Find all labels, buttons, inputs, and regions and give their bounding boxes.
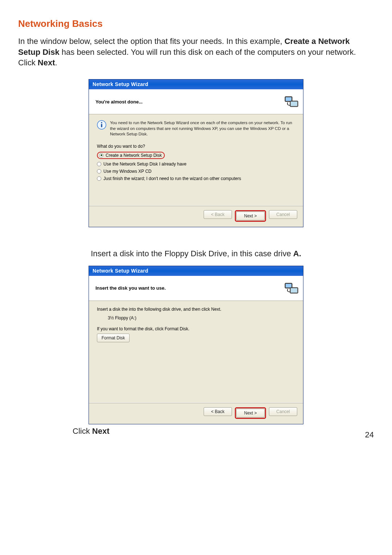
wizard1-header-text: You're almost done... xyxy=(95,99,143,105)
wizard2-next-highlight: Next > xyxy=(235,407,266,419)
wizard1-info-text: You need to run the Network Setup Wizard… xyxy=(110,120,295,137)
wizard2-line1: Insert a disk the into the following dis… xyxy=(97,307,295,312)
page-number: 24 xyxy=(18,430,374,440)
wizard1-cancel-button[interactable]: Cancel xyxy=(269,210,297,219)
network-icon xyxy=(284,94,299,109)
wizard1-back-button[interactable]: < Back xyxy=(204,210,232,219)
wizard1-header: You're almost done... xyxy=(89,89,303,114)
radio-option-4[interactable] xyxy=(97,176,101,181)
caption2-text: Click xyxy=(73,427,92,436)
section-heading: Networking Basics xyxy=(18,18,374,29)
radio-option-1[interactable] xyxy=(99,153,103,158)
svg-rect-3 xyxy=(291,102,297,106)
info-icon xyxy=(97,120,106,130)
wizard1-footer: < Back Next > Cancel xyxy=(89,205,303,227)
wizard2-header-text: Insert the disk you want to use. xyxy=(95,285,166,291)
wizard-window-1: Network Setup Wizard You're almost done.… xyxy=(89,79,303,227)
radio-option-1-highlight: Create a Network Setup Disk xyxy=(97,152,165,159)
caption2-bold: Next xyxy=(92,427,110,436)
radio-option-1-label[interactable]: Create a Network Setup Disk xyxy=(106,153,162,158)
radio-option-3-label[interactable]: Use my Windows XP CD xyxy=(103,169,151,174)
radio-option-2[interactable] xyxy=(97,162,101,166)
wizard1-question: What do you want to do? xyxy=(97,144,295,149)
radio-option-2-wrap: Use the Network Setup Disk I already hav… xyxy=(97,162,295,166)
mid-bold: A. xyxy=(293,249,301,258)
wizard2-back-button[interactable]: < Back xyxy=(204,407,232,416)
radio-option-2-label[interactable]: Use the Network Setup Disk I already hav… xyxy=(103,162,187,166)
wizard2-drive: 3½ Floppy (A:) xyxy=(108,315,295,321)
wizard-window-2: Network Setup Wizard Insert the disk you… xyxy=(89,266,303,424)
intro-text-2: has been selected. You will run this dis… xyxy=(18,48,356,68)
wizard1-next-highlight: Next > xyxy=(235,210,266,222)
intro-text-1: In the window below, select the option t… xyxy=(18,37,285,46)
radio-option-3[interactable] xyxy=(97,169,101,174)
svg-point-5 xyxy=(101,122,102,123)
wizard2-line2: If you want to format the disk, click Fo… xyxy=(97,326,295,331)
wizard2-titlebar: Network Setup Wizard xyxy=(89,266,303,276)
wizard1-titlebar: Network Setup Wizard xyxy=(89,79,303,89)
wizard2-next-button[interactable]: Next > xyxy=(236,409,265,417)
svg-rect-1 xyxy=(286,97,291,101)
svg-rect-10 xyxy=(291,288,297,293)
svg-rect-8 xyxy=(286,284,291,287)
intro-paragraph: In the window below, select the option t… xyxy=(18,36,374,68)
network-icon xyxy=(284,281,299,295)
svg-rect-6 xyxy=(101,124,102,127)
intro-bold-2: Next xyxy=(38,58,55,67)
wizard2-body: Insert a disk the into the following dis… xyxy=(89,301,303,403)
radio-option-4-label[interactable]: Just finish the wizard; I don't need to … xyxy=(103,176,241,181)
wizard2-header: Insert the disk you want to use. xyxy=(89,276,303,301)
wizard2-footer: < Back Next > Cancel xyxy=(89,403,303,424)
wizard1-body: You need to run the Network Setup Wizard… xyxy=(89,114,303,205)
wizard1-next-button[interactable]: Next > xyxy=(236,212,265,220)
radio-option-3-wrap: Use my Windows XP CD xyxy=(97,169,295,174)
mid-instruction: Insert a disk into the Floppy Disk Drive… xyxy=(18,249,374,258)
mid-text-1: Insert a disk into the Floppy Disk Drive… xyxy=(91,249,293,258)
format-disk-button[interactable]: Format Disk xyxy=(97,334,130,342)
radio-option-4-wrap: Just finish the wizard; I don't need to … xyxy=(97,176,295,181)
wizard2-cancel-button[interactable]: Cancel xyxy=(269,407,297,416)
intro-text-3: . xyxy=(55,58,57,67)
radio-option-1-wrap: Create a Network Setup Disk xyxy=(97,152,295,159)
